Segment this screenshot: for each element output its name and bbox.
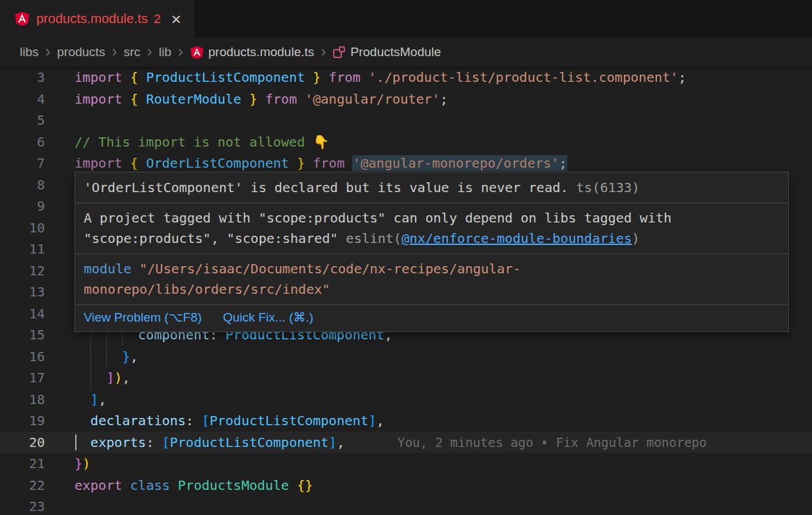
module-path-line2: monorepo/libs/orders/src/index": [84, 279, 780, 300]
code-line-4[interactable]: 4import { RouterModule } from '@angular/…: [0, 88, 812, 110]
code-token: ): [114, 370, 122, 386]
breadcrumb-item-file[interactable]: products.module.ts: [190, 45, 315, 59]
angular-icon: [15, 11, 30, 26]
line-number[interactable]: 16: [0, 346, 45, 368]
line-number[interactable]: 14: [0, 303, 45, 325]
code-content: [75, 496, 812, 515]
code-token: from: [305, 155, 352, 171]
breadcrumb-label: src: [123, 45, 140, 59]
breadcrumb-item-products[interactable]: products: [57, 45, 106, 59]
line-number[interactable]: 3: [0, 67, 45, 88]
code-token: import: [75, 91, 130, 107]
code-token: }: [122, 349, 130, 364]
code-token: ]: [90, 392, 98, 407]
line-number[interactable]: 5: [0, 110, 45, 131]
hover-module-info: module "/Users/isaac/Documents/code/nx-r…: [75, 254, 788, 305]
line-number[interactable]: 9: [0, 195, 45, 217]
code-content: import { ProductListComponent } from './…: [75, 67, 812, 88]
code-token: {: [130, 69, 146, 85]
code-token: ,: [98, 392, 106, 407]
line-number[interactable]: 23: [0, 496, 45, 515]
breadcrumb-item-src[interactable]: src: [123, 45, 140, 59]
code-line-21[interactable]: 21}): [0, 453, 812, 475]
breadcrumb-item-libs[interactable]: libs: [20, 45, 39, 59]
code-content: export class ProductsModule {}: [75, 475, 812, 497]
line-number[interactable]: 18: [0, 389, 45, 411]
breadcrumb-label: products: [57, 45, 106, 59]
chevron-right-icon: ›: [105, 42, 123, 63]
code-line-3[interactable]: 3import { ProductListComponent } from '.…: [0, 67, 812, 88]
line-number[interactable]: 10: [0, 217, 45, 239]
code-token: import: [75, 155, 130, 171]
code-line-18[interactable]: 18 ],: [0, 389, 812, 411]
code-token: ): [82, 456, 90, 471]
line-number[interactable]: 7: [0, 153, 45, 174]
line-number[interactable]: 13: [0, 281, 45, 303]
editor[interactable]: 3import { ProductListComponent } from '.…: [0, 67, 812, 515]
code-content: exports: [ProductListComponent],You, 2 m…: [75, 432, 812, 454]
code-line-5[interactable]: 5: [0, 110, 812, 131]
code-token: :: [146, 434, 162, 450]
view-problem-action[interactable]: View Problem (⌥F8): [84, 309, 202, 326]
line-number[interactable]: 19: [0, 410, 45, 432]
hover-ts-error: 'OrderListComponent' is declared but its…: [75, 172, 788, 203]
code-token: from: [257, 91, 305, 107]
text-cursor: [75, 434, 77, 450]
line-number[interactable]: 11: [0, 238, 45, 260]
breadcrumb-item-symbol[interactable]: ProductsModule: [332, 45, 441, 59]
code-line-6[interactable]: 6// This import is not allowed 👇: [0, 131, 812, 153]
code-content: import { OrderListComponent } from '@ang…: [75, 153, 812, 174]
line-number[interactable]: 20: [0, 432, 45, 454]
quick-fix-action[interactable]: Quick Fix... (⌘.): [223, 309, 313, 326]
code-token: class: [130, 477, 177, 493]
code-token: [75, 349, 122, 364]
code-content: ],: [75, 389, 812, 411]
code-token: [75, 413, 90, 429]
code-token: }: [241, 91, 257, 107]
code-content: [75, 110, 812, 131]
breadcrumb-item-lib[interactable]: lib: [159, 45, 172, 59]
code-token: ;: [559, 155, 567, 171]
breadcrumb: libs › products › src › lib › products.m…: [0, 38, 812, 67]
code-token: './product-list/product-list.component': [369, 69, 679, 85]
line-number[interactable]: 15: [0, 324, 45, 346]
code-token: }: [75, 456, 82, 471]
chevron-right-icon: ›: [172, 42, 190, 63]
line-number[interactable]: 4: [0, 88, 45, 110]
code-line-20[interactable]: 20 exports: [ProductListComponent],You, …: [0, 432, 812, 454]
breadcrumb-label: lib: [159, 45, 172, 59]
code-token: :: [186, 413, 202, 429]
code-token: ,: [377, 413, 385, 429]
code-line-17[interactable]: 17 ]),: [0, 367, 812, 389]
hover-eslint-error: A project tagged with "scope:products" c…: [75, 203, 788, 254]
eslint-message-line2-text: "scope:products", "scope:shared": [84, 230, 346, 246]
breadcrumb-file-label: products.module.ts: [208, 45, 315, 59]
code-line-22[interactable]: 22export class ProductsModule {}: [0, 475, 812, 497]
code-token: RouterModule: [146, 91, 241, 107]
close-icon[interactable]: ×: [172, 11, 181, 28]
code-token: from: [321, 69, 368, 85]
code-token: {}: [297, 477, 313, 493]
module-path-line1: module "/Users/isaac/Documents/code/nx-r…: [84, 259, 780, 279]
code-token: ]: [369, 413, 377, 429]
tab-products-module[interactable]: products.module.ts 2 ×: [0, 0, 194, 38]
line-number[interactable]: 21: [0, 453, 45, 475]
code-line-19[interactable]: 19 declarations: [ProductListComponent],: [0, 410, 812, 432]
code-token: import: [75, 69, 130, 85]
line-number[interactable]: 8: [0, 174, 45, 196]
code-line-16[interactable]: 16 },: [0, 346, 812, 368]
line-number[interactable]: 22: [0, 475, 45, 497]
indent-guide: [90, 367, 91, 389]
breadcrumb-label: libs: [20, 45, 39, 59]
code-token: [75, 434, 90, 450]
code-token: ProductsModule: [178, 477, 290, 493]
module-keyword: module: [84, 261, 131, 277]
code-token: {: [130, 155, 146, 171]
module-path-part1: "/Users/isaac/Documents/code/nx-recipes/…: [131, 261, 520, 277]
code-line-23[interactable]: 23: [0, 496, 812, 515]
line-number[interactable]: 12: [0, 260, 45, 282]
code-line-7[interactable]: 7import { OrderListComponent } from '@an…: [0, 153, 812, 174]
line-number[interactable]: 17: [0, 367, 45, 389]
line-number[interactable]: 6: [0, 131, 45, 153]
eslint-rule-link[interactable]: @nx/enforce-module-boundaries: [402, 230, 632, 246]
